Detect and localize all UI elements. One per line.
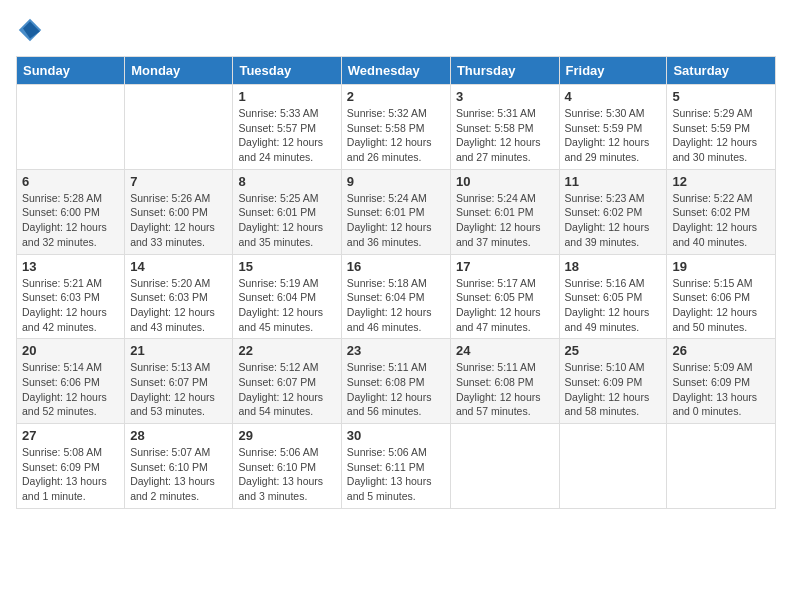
- calendar-header-row: SundayMondayTuesdayWednesdayThursdayFrid…: [17, 57, 776, 85]
- calendar-cell: 2Sunrise: 5:32 AM Sunset: 5:58 PM Daylig…: [341, 85, 450, 170]
- day-number: 12: [672, 174, 770, 189]
- calendar-cell: 19Sunrise: 5:15 AM Sunset: 6:06 PM Dayli…: [667, 254, 776, 339]
- day-number: 7: [130, 174, 227, 189]
- day-info: Sunrise: 5:07 AM Sunset: 6:10 PM Dayligh…: [130, 445, 227, 504]
- day-number: 24: [456, 343, 554, 358]
- day-number: 25: [565, 343, 662, 358]
- day-info: Sunrise: 5:09 AM Sunset: 6:09 PM Dayligh…: [672, 360, 770, 419]
- calendar-cell: [125, 85, 233, 170]
- day-info: Sunrise: 5:28 AM Sunset: 6:00 PM Dayligh…: [22, 191, 119, 250]
- calendar-cell: 13Sunrise: 5:21 AM Sunset: 6:03 PM Dayli…: [17, 254, 125, 339]
- day-header-monday: Monday: [125, 57, 233, 85]
- day-number: 3: [456, 89, 554, 104]
- day-number: 13: [22, 259, 119, 274]
- calendar-cell: [450, 424, 559, 509]
- day-number: 5: [672, 89, 770, 104]
- day-header-saturday: Saturday: [667, 57, 776, 85]
- day-number: 16: [347, 259, 445, 274]
- calendar-cell: 14Sunrise: 5:20 AM Sunset: 6:03 PM Dayli…: [125, 254, 233, 339]
- day-info: Sunrise: 5:21 AM Sunset: 6:03 PM Dayligh…: [22, 276, 119, 335]
- day-info: Sunrise: 5:16 AM Sunset: 6:05 PM Dayligh…: [565, 276, 662, 335]
- day-number: 14: [130, 259, 227, 274]
- day-info: Sunrise: 5:10 AM Sunset: 6:09 PM Dayligh…: [565, 360, 662, 419]
- day-info: Sunrise: 5:19 AM Sunset: 6:04 PM Dayligh…: [238, 276, 335, 335]
- day-number: 27: [22, 428, 119, 443]
- logo: [16, 16, 48, 44]
- day-number: 20: [22, 343, 119, 358]
- day-number: 22: [238, 343, 335, 358]
- calendar-cell: [17, 85, 125, 170]
- day-number: 19: [672, 259, 770, 274]
- calendar-cell: 1Sunrise: 5:33 AM Sunset: 5:57 PM Daylig…: [233, 85, 341, 170]
- day-header-friday: Friday: [559, 57, 667, 85]
- day-info: Sunrise: 5:11 AM Sunset: 6:08 PM Dayligh…: [347, 360, 445, 419]
- day-info: Sunrise: 5:32 AM Sunset: 5:58 PM Dayligh…: [347, 106, 445, 165]
- day-info: Sunrise: 5:24 AM Sunset: 6:01 PM Dayligh…: [347, 191, 445, 250]
- calendar-cell: 4Sunrise: 5:30 AM Sunset: 5:59 PM Daylig…: [559, 85, 667, 170]
- day-info: Sunrise: 5:14 AM Sunset: 6:06 PM Dayligh…: [22, 360, 119, 419]
- day-info: Sunrise: 5:30 AM Sunset: 5:59 PM Dayligh…: [565, 106, 662, 165]
- day-info: Sunrise: 5:24 AM Sunset: 6:01 PM Dayligh…: [456, 191, 554, 250]
- calendar-cell: 6Sunrise: 5:28 AM Sunset: 6:00 PM Daylig…: [17, 169, 125, 254]
- day-info: Sunrise: 5:13 AM Sunset: 6:07 PM Dayligh…: [130, 360, 227, 419]
- calendar-cell: 18Sunrise: 5:16 AM Sunset: 6:05 PM Dayli…: [559, 254, 667, 339]
- day-info: Sunrise: 5:29 AM Sunset: 5:59 PM Dayligh…: [672, 106, 770, 165]
- calendar-cell: 8Sunrise: 5:25 AM Sunset: 6:01 PM Daylig…: [233, 169, 341, 254]
- day-number: 17: [456, 259, 554, 274]
- calendar-table: SundayMondayTuesdayWednesdayThursdayFrid…: [16, 56, 776, 509]
- day-number: 21: [130, 343, 227, 358]
- calendar-cell: 9Sunrise: 5:24 AM Sunset: 6:01 PM Daylig…: [341, 169, 450, 254]
- calendar-cell: 26Sunrise: 5:09 AM Sunset: 6:09 PM Dayli…: [667, 339, 776, 424]
- day-number: 15: [238, 259, 335, 274]
- calendar-cell: 10Sunrise: 5:24 AM Sunset: 6:01 PM Dayli…: [450, 169, 559, 254]
- day-info: Sunrise: 5:31 AM Sunset: 5:58 PM Dayligh…: [456, 106, 554, 165]
- day-number: 29: [238, 428, 335, 443]
- day-number: 8: [238, 174, 335, 189]
- day-info: Sunrise: 5:25 AM Sunset: 6:01 PM Dayligh…: [238, 191, 335, 250]
- day-info: Sunrise: 5:22 AM Sunset: 6:02 PM Dayligh…: [672, 191, 770, 250]
- calendar-cell: 30Sunrise: 5:06 AM Sunset: 6:11 PM Dayli…: [341, 424, 450, 509]
- calendar-cell: 28Sunrise: 5:07 AM Sunset: 6:10 PM Dayli…: [125, 424, 233, 509]
- calendar-cell: 22Sunrise: 5:12 AM Sunset: 6:07 PM Dayli…: [233, 339, 341, 424]
- calendar-cell: 21Sunrise: 5:13 AM Sunset: 6:07 PM Dayli…: [125, 339, 233, 424]
- calendar-week-row: 6Sunrise: 5:28 AM Sunset: 6:00 PM Daylig…: [17, 169, 776, 254]
- day-number: 2: [347, 89, 445, 104]
- calendar-cell: [559, 424, 667, 509]
- day-number: 6: [22, 174, 119, 189]
- calendar-cell: 24Sunrise: 5:11 AM Sunset: 6:08 PM Dayli…: [450, 339, 559, 424]
- calendar-cell: 16Sunrise: 5:18 AM Sunset: 6:04 PM Dayli…: [341, 254, 450, 339]
- calendar-cell: 29Sunrise: 5:06 AM Sunset: 6:10 PM Dayli…: [233, 424, 341, 509]
- calendar-week-row: 20Sunrise: 5:14 AM Sunset: 6:06 PM Dayli…: [17, 339, 776, 424]
- calendar-cell: 12Sunrise: 5:22 AM Sunset: 6:02 PM Dayli…: [667, 169, 776, 254]
- calendar-cell: 11Sunrise: 5:23 AM Sunset: 6:02 PM Dayli…: [559, 169, 667, 254]
- day-header-thursday: Thursday: [450, 57, 559, 85]
- day-number: 28: [130, 428, 227, 443]
- day-number: 11: [565, 174, 662, 189]
- day-info: Sunrise: 5:18 AM Sunset: 6:04 PM Dayligh…: [347, 276, 445, 335]
- day-number: 23: [347, 343, 445, 358]
- calendar-week-row: 1Sunrise: 5:33 AM Sunset: 5:57 PM Daylig…: [17, 85, 776, 170]
- day-info: Sunrise: 5:26 AM Sunset: 6:00 PM Dayligh…: [130, 191, 227, 250]
- day-number: 10: [456, 174, 554, 189]
- day-info: Sunrise: 5:06 AM Sunset: 6:10 PM Dayligh…: [238, 445, 335, 504]
- calendar-cell: 17Sunrise: 5:17 AM Sunset: 6:05 PM Dayli…: [450, 254, 559, 339]
- day-info: Sunrise: 5:12 AM Sunset: 6:07 PM Dayligh…: [238, 360, 335, 419]
- day-number: 30: [347, 428, 445, 443]
- generalblue-logo-icon: [16, 16, 44, 44]
- calendar-cell: [667, 424, 776, 509]
- calendar-cell: 3Sunrise: 5:31 AM Sunset: 5:58 PM Daylig…: [450, 85, 559, 170]
- header: [16, 16, 776, 44]
- day-header-tuesday: Tuesday: [233, 57, 341, 85]
- day-header-wednesday: Wednesday: [341, 57, 450, 85]
- day-number: 26: [672, 343, 770, 358]
- day-info: Sunrise: 5:06 AM Sunset: 6:11 PM Dayligh…: [347, 445, 445, 504]
- day-number: 1: [238, 89, 335, 104]
- day-info: Sunrise: 5:08 AM Sunset: 6:09 PM Dayligh…: [22, 445, 119, 504]
- calendar-cell: 25Sunrise: 5:10 AM Sunset: 6:09 PM Dayli…: [559, 339, 667, 424]
- day-info: Sunrise: 5:15 AM Sunset: 6:06 PM Dayligh…: [672, 276, 770, 335]
- calendar-cell: 23Sunrise: 5:11 AM Sunset: 6:08 PM Dayli…: [341, 339, 450, 424]
- day-number: 4: [565, 89, 662, 104]
- calendar-cell: 27Sunrise: 5:08 AM Sunset: 6:09 PM Dayli…: [17, 424, 125, 509]
- calendar-week-row: 27Sunrise: 5:08 AM Sunset: 6:09 PM Dayli…: [17, 424, 776, 509]
- calendar-cell: 5Sunrise: 5:29 AM Sunset: 5:59 PM Daylig…: [667, 85, 776, 170]
